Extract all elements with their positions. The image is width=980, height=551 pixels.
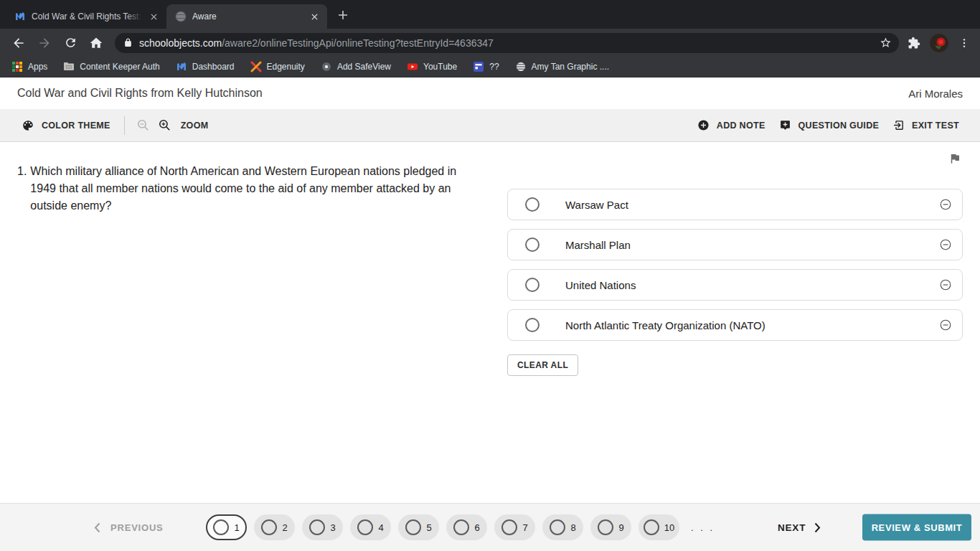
browser-tab-2-active[interactable]: Aware — [166, 4, 327, 29]
option-warsaw-pact[interactable]: Warsaw Pact — [507, 189, 963, 220]
page-pill-5[interactable]: 5 — [398, 514, 439, 540]
review-submit-button[interactable]: REVIEW & SUBMIT — [862, 514, 971, 541]
question-pager: 1 2 3 4 5 6 7 8 9 10 — [206, 514, 687, 540]
bookmark-unknown[interactable]: ?? — [468, 60, 503, 74]
page-pill-3[interactable]: 3 — [302, 514, 343, 540]
eliminate-option-icon[interactable] — [939, 319, 952, 331]
question-text: Which military alliance of North America… — [30, 163, 466, 215]
exit-test-icon — [892, 119, 905, 131]
question-area: 1. Which military alliance of North Amer… — [0, 142, 980, 502]
x-logo-icon — [250, 61, 262, 72]
reload-button[interactable] — [60, 33, 80, 53]
next-button[interactable]: NEXT — [778, 522, 821, 533]
youtube-icon — [407, 61, 418, 72]
zoom-in-icon — [158, 118, 171, 132]
page-pill-7[interactable]: 7 — [494, 514, 535, 540]
page-pill-1[interactable]: 1 — [206, 514, 247, 540]
tab2-favicon-icon — [175, 11, 187, 22]
dot-circle-icon — [321, 61, 332, 72]
zoom-in-button[interactable]: ZOOM — [158, 118, 209, 132]
forward-button[interactable] — [34, 33, 55, 53]
page-pill-4[interactable]: 4 — [350, 514, 391, 540]
palette-icon — [22, 119, 34, 132]
bookmark-content-keeper[interactable]: Content Keeper Auth — [59, 60, 164, 74]
flag-icon[interactable] — [948, 152, 961, 165]
browser-menu-icon[interactable] — [954, 33, 974, 53]
bookmark-edgenuity[interactable]: Edgenuity — [246, 60, 309, 74]
tab2-title: Aware — [192, 11, 217, 22]
pagination-bar: PREVIOUS 1 2 3 4 5 6 7 8 9 10 . . . NEXT… — [0, 503, 980, 551]
radio-button[interactable] — [525, 318, 540, 332]
pager-ellipsis: . . . — [691, 522, 715, 533]
extensions-puzzle-icon[interactable] — [904, 33, 924, 53]
eliminate-option-icon[interactable] — [939, 198, 952, 211]
lock-icon — [123, 38, 133, 47]
page-header: Cold War and Civil Rights from Kelly Hut… — [0, 77, 980, 109]
radio-button[interactable] — [525, 278, 540, 292]
bookmark-star-icon[interactable] — [880, 37, 892, 49]
zoom-out-icon — [136, 118, 150, 132]
option-marshall-plan[interactable]: Marshall Plan — [507, 229, 963, 260]
page-pill-8[interactable]: 8 — [542, 514, 583, 540]
eliminate-option-icon[interactable] — [939, 278, 952, 291]
color-theme-button[interactable]: COLOR THEME — [22, 119, 110, 132]
previous-button[interactable]: PREVIOUS — [94, 522, 164, 533]
bookmark-dashboard[interactable]: Dashboard — [171, 60, 239, 74]
chevron-right-icon — [814, 522, 821, 532]
apps-grid-icon — [11, 61, 23, 72]
option-nato[interactable]: North Atlantic Treaty Organization (NATO… — [507, 309, 963, 341]
folder-icon — [63, 61, 75, 72]
tab1-favicon-icon — [14, 11, 26, 22]
profile-avatar[interactable] — [930, 34, 948, 52]
globe-icon — [515, 61, 527, 72]
question-guide-button[interactable]: QUESTION GUIDE — [779, 119, 880, 131]
bookmark-safeview[interactable]: Add SafeView — [316, 60, 395, 74]
answer-options: Warsaw Pact Marshall Plan United Nations… — [507, 189, 963, 376]
eliminate-option-icon[interactable] — [939, 238, 952, 251]
clear-all-button[interactable]: CLEAR ALL — [507, 354, 578, 376]
url-bar[interactable]: schoolobjects.com/aware2/onlineTestingAp… — [115, 33, 899, 53]
tab2-close-icon[interactable] — [308, 11, 320, 22]
home-button[interactable] — [86, 33, 106, 53]
page-pill-6[interactable]: 6 — [446, 514, 487, 540]
tab1-close-icon[interactable] — [148, 11, 159, 22]
question-guide-icon — [779, 119, 791, 131]
zoom-out-button[interactable] — [136, 118, 150, 132]
page-pill-9[interactable]: 9 — [590, 514, 631, 540]
bookmark-youtube[interactable]: YouTube — [402, 60, 461, 74]
question-number: 1. — [17, 163, 27, 215]
bookmark-amy-tan[interactable]: Amy Tan Graphic .... — [511, 60, 614, 74]
student-name: Ari Morales — [908, 88, 963, 100]
blue-square-icon — [473, 61, 484, 72]
back-button[interactable] — [9, 33, 29, 53]
add-note-button[interactable]: ADD NOTE — [697, 119, 765, 131]
browser-navbar: schoolobjects.com/aware2/onlineTestingAp… — [0, 29, 980, 57]
bookmark-apps[interactable]: Apps — [7, 60, 52, 74]
test-toolbar: COLOR THEME ZOOM ADD NOTE QUESTION GUIDE… — [0, 109, 980, 142]
browser-tab-1[interactable]: Cold War & Civil Rights Test: U — [6, 4, 166, 29]
test-title: Cold War and Civil Rights from Kelly Hut… — [17, 87, 263, 100]
exit-test-button[interactable]: EXIT TEST — [892, 119, 959, 131]
url-path: /aware2/onlineTestingApi/onlineTesting?t… — [222, 37, 494, 49]
url-host: schoolobjects.com — [139, 37, 222, 49]
page-pill-2[interactable]: 2 — [254, 514, 295, 540]
question-text-block: 1. Which military alliance of North Amer… — [17, 163, 491, 215]
radio-button[interactable] — [525, 237, 540, 252]
option-united-nations[interactable]: United Nations — [507, 269, 963, 301]
tab1-title: Cold War & Civil Rights Test: U — [32, 11, 142, 22]
bookmarks-bar: Apps Content Keeper Auth Dashboard Edgen… — [0, 57, 980, 77]
radio-button[interactable] — [525, 197, 540, 212]
new-tab-button[interactable] — [333, 5, 353, 25]
chevron-left-icon — [94, 522, 100, 532]
add-note-icon — [697, 119, 710, 131]
toolbar-divider — [124, 116, 125, 135]
m-logo-icon — [176, 61, 187, 72]
browser-tab-bar: Cold War & Civil Rights Test: U Aware — [0, 0, 980, 29]
page-pill-10[interactable]: 10 — [639, 514, 679, 540]
